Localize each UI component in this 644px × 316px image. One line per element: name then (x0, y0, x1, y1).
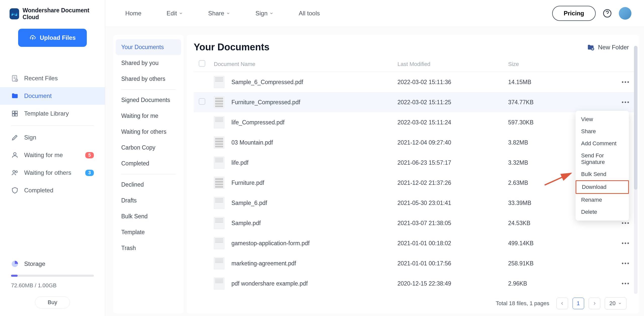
pricing-button[interactable]: Pricing (552, 6, 596, 21)
subnav-shared-by-others[interactable]: Shared by others (116, 71, 181, 87)
table-row[interactable]: 03 Mountain.pdf2021-12-04 09:27:403.82MB (194, 132, 634, 153)
menu-share[interactable]: Share (576, 125, 629, 137)
nav-recent-files[interactable]: Recent Files (0, 69, 105, 87)
nav-document[interactable]: Document (0, 87, 105, 105)
buy-button[interactable]: Buy (35, 296, 70, 308)
file-size: 24.53KB (508, 220, 609, 227)
menu-add-comment[interactable]: Add Comment (576, 137, 629, 150)
subnav-trash[interactable]: Trash (116, 240, 181, 256)
file-modified: 2021-03-07 21:38:05 (397, 220, 508, 227)
file-modified: 2021-01-01 00:18:02 (397, 240, 508, 247)
user-avatar[interactable] (619, 7, 631, 20)
menu-rename[interactable]: Rename (576, 194, 629, 206)
nav-completed[interactable]: Completed (0, 182, 105, 199)
page-title: Your Documents (194, 42, 269, 53)
pager-page-1[interactable]: 1 (573, 298, 584, 309)
menu-send-signature[interactable]: Send For Signature (576, 150, 629, 168)
new-folder-button[interactable]: New Folder (587, 44, 629, 51)
row-more-icon[interactable] (609, 81, 629, 83)
nav-template-library[interactable]: Template Library (0, 105, 105, 122)
pager-page-size[interactable]: 20 (605, 297, 626, 309)
table-row[interactable]: marketing-agreement.pdf2021-01-01 00:17:… (194, 253, 634, 273)
table-row[interactable]: Sample_6_Compressed.pdf2022-03-02 15:11:… (194, 72, 634, 92)
column-modified[interactable]: Last Modified (397, 61, 508, 67)
file-name: 03 Mountain.pdf (231, 139, 273, 146)
subnav-shared-by-you[interactable]: Shared by you (116, 55, 181, 71)
row-more-icon[interactable] (609, 263, 629, 264)
file-modified: 2021-12-04 09:27:40 (397, 139, 508, 146)
file-thumbnail-icon (214, 237, 224, 249)
storage-bar (11, 275, 94, 277)
subnav-waiting-for-me[interactable]: Waiting for me (116, 108, 181, 124)
topnav-home[interactable]: Home (125, 10, 141, 17)
scrollbar[interactable] (634, 46, 637, 294)
help-icon[interactable] (603, 9, 612, 18)
column-size[interactable]: Size (508, 61, 609, 67)
file-thumbnail-icon (214, 277, 224, 290)
subnav-declined[interactable]: Declined (116, 177, 181, 193)
file-modified: 2021-06-23 15:57:17 (397, 159, 508, 166)
file-name: gamestop-application-form.pdf (231, 240, 310, 247)
file-name: Furniture.pdf (231, 180, 264, 186)
row-checkbox[interactable] (199, 98, 205, 105)
file-thumbnail-icon (214, 157, 224, 169)
file-thumbnail-icon (214, 136, 224, 149)
subnav-drafts[interactable]: Drafts (116, 193, 181, 208)
table-row[interactable]: Furniture_Compressed.pdf2022-03-02 15:11… (194, 92, 634, 112)
svg-rect-3 (15, 111, 17, 113)
menu-bulk-send[interactable]: Bulk Send (576, 168, 629, 180)
brand-icon (10, 8, 19, 19)
subnav-carbon-copy[interactable]: Carbon Copy (116, 140, 181, 156)
file-modified: 2022-03-02 15:11:24 (397, 119, 508, 126)
subnav-signed-documents[interactable]: Signed Documents (116, 92, 181, 108)
table-row[interactable]: Furniture.pdf2021-12-02 21:37:262.63MB (194, 173, 634, 193)
menu-view[interactable]: View (576, 113, 629, 125)
chevron-left-icon (560, 301, 564, 305)
svg-rect-2 (12, 111, 15, 113)
topnav-sign[interactable]: Sign (255, 10, 273, 17)
topnav-all-tools[interactable]: All tools (299, 10, 320, 17)
table-header: Document Name Last Modified Size (194, 57, 634, 72)
row-more-icon[interactable] (609, 283, 629, 284)
storage-section: Storage 72.60MB / 1.00GB Buy (0, 255, 105, 316)
topnav-edit[interactable]: Edit (167, 10, 183, 17)
new-folder-icon (587, 44, 594, 51)
menu-delete[interactable]: Delete (576, 206, 629, 218)
row-more-icon[interactable] (609, 222, 629, 224)
topnav-share[interactable]: Share (208, 10, 230, 17)
file-thumbnail-icon (214, 257, 224, 269)
subnav-template[interactable]: Template (116, 224, 181, 240)
svg-point-6 (14, 153, 16, 155)
nav-waiting-for-me[interactable]: Waiting for me 5 (0, 146, 105, 164)
user-icon (11, 151, 19, 159)
file-name: life_Compressed.pdf (231, 119, 285, 126)
select-all-checkbox[interactable] (199, 60, 205, 67)
row-context-menu: View Share Add Comment Send For Signatur… (576, 111, 629, 221)
file-modified: 2021-12-02 21:37:26 (397, 180, 508, 186)
menu-download[interactable]: Download (576, 180, 629, 194)
table-row[interactable]: pdf wondershare example.pdf2020-12-15 22… (194, 273, 634, 293)
table-row[interactable]: gamestop-application-form.pdf2021-01-01 … (194, 233, 634, 253)
pager-next[interactable] (589, 298, 600, 309)
documents-table: Document Name Last Modified Size Sample_… (194, 57, 634, 293)
column-name[interactable]: Document Name (214, 61, 397, 67)
table-row[interactable]: Sample.pdf2021-03-07 21:38:0524.53KB (194, 213, 634, 233)
table-row[interactable]: Sample_6.pdf2021-05-30 23:01:4133.39MB (194, 193, 634, 213)
subnav-completed[interactable]: Completed (116, 156, 181, 171)
subnav-waiting-for-others[interactable]: Waiting for others (116, 124, 181, 140)
row-more-icon[interactable] (609, 242, 629, 244)
upload-files-button[interactable]: Upload Files (18, 29, 87, 47)
table-row[interactable]: life.pdf2021-06-23 15:57:173.32MB (194, 153, 634, 173)
main-nav: Recent Files Document Template Library S… (0, 69, 105, 199)
scrollbar-thumb[interactable] (634, 46, 637, 190)
storage-bar-fill (11, 275, 18, 277)
table-row[interactable]: life_Compressed.pdf2022-03-02 15:11:2459… (194, 112, 634, 132)
svg-point-8 (16, 171, 18, 173)
svg-point-7 (13, 170, 15, 173)
subnav-your-documents[interactable]: Your Documents (116, 39, 181, 55)
nav-waiting-for-others[interactable]: Waiting for others 3 (0, 164, 105, 182)
row-more-icon[interactable] (609, 101, 629, 103)
pie-icon (11, 260, 19, 268)
nav-sign[interactable]: Sign (0, 129, 105, 146)
subnav-bulk-send[interactable]: Bulk Send (116, 208, 181, 224)
